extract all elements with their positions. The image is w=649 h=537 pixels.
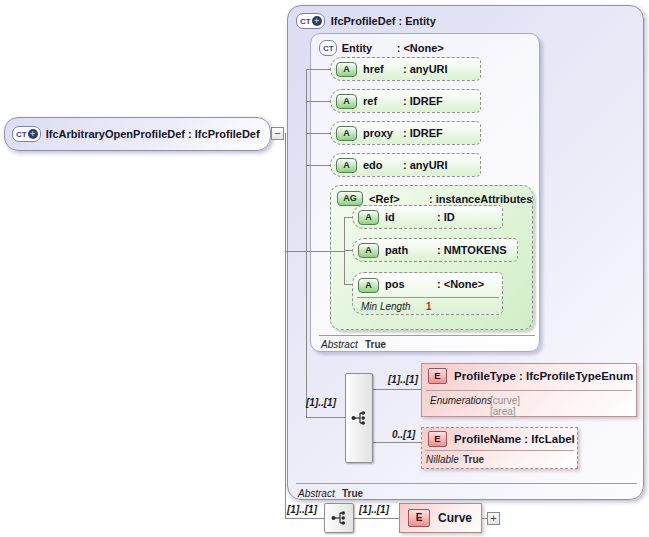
- attribute-box-path[interactable]: A path : NMTOKENS: [352, 238, 518, 262]
- attribute-icon: A: [358, 210, 379, 225]
- derived-plus-icon: +: [312, 16, 322, 26]
- attribute-group-type: : instanceAttributes: [429, 193, 532, 205]
- facet-separator: [319, 335, 535, 336]
- attribute-name: proxy: [363, 127, 403, 139]
- attribute-type: : anyURI: [403, 63, 448, 75]
- attribute-type: : IDREF: [403, 95, 443, 107]
- sequence-compositor[interactable]: [324, 503, 354, 533]
- element-icon: E: [428, 431, 447, 447]
- min-length-facet-value: 1: [426, 301, 432, 312]
- nillable-facet-label: Nillable: [426, 454, 459, 465]
- min-length-facet-label: Min Length: [361, 301, 410, 312]
- attribute-box-id[interactable]: A id : ID: [352, 205, 503, 229]
- connector-line: [373, 389, 421, 390]
- attribute-type: : anyURI: [403, 159, 448, 171]
- connector-line: [306, 165, 332, 166]
- facet-separator: [425, 450, 574, 451]
- sequence-icon: [350, 409, 368, 427]
- attribute-icon: A: [358, 243, 379, 258]
- abstract-facet-label: Abstract: [298, 488, 335, 499]
- attribute-name: href: [363, 63, 403, 75]
- cardinality-label: [1]..[1]: [388, 374, 418, 385]
- element-title: ProfileName : IfcLabel: [454, 433, 575, 445]
- complex-type-icon: CT: [319, 40, 337, 56]
- element-box-curve[interactable]: E Curve: [399, 503, 482, 533]
- attribute-icon: A: [336, 158, 357, 173]
- attribute-icon: A: [336, 94, 357, 109]
- attribute-group-name: <Ref>: [369, 193, 423, 205]
- attribute-name: path: [385, 244, 437, 256]
- attribute-type: : IDREF: [403, 127, 443, 139]
- connector-line: [285, 133, 286, 519]
- attribute-type: : ID: [437, 211, 455, 223]
- nillable-facet-value: True: [463, 454, 484, 465]
- facet-separator: [426, 390, 632, 391]
- attribute-icon: A: [336, 126, 357, 141]
- attribute-box-pos[interactable]: A pos : <None> Min Length 1: [352, 272, 503, 315]
- attribute-name: id: [385, 211, 437, 223]
- attribute-name: ref: [363, 95, 403, 107]
- enumerations-facet-label: Enumerations: [430, 395, 492, 406]
- cardinality-label: [1]..[1]: [359, 504, 389, 515]
- attribute-box-edo[interactable]: A edo : anyURI: [330, 153, 481, 177]
- connector-line: [306, 69, 307, 417]
- connector-line: [344, 217, 345, 285]
- element-box-profilename[interactable]: E ProfileName : IfcLabel Nillable True: [421, 427, 578, 469]
- connector-line: [285, 251, 344, 252]
- complex-type-icon: CT+: [296, 13, 325, 29]
- root-element-box[interactable]: CT+ IfcArbitraryOpenProfileDef : IfcProf…: [4, 117, 271, 151]
- element-title: ProfileType : IfcProfileTypeEnum: [454, 370, 633, 382]
- collapse-button[interactable]: −: [271, 127, 284, 140]
- cardinality-label: [1]..[1]: [287, 504, 317, 515]
- connector-line: [285, 518, 324, 519]
- element-title: Curve: [438, 511, 472, 525]
- schema-diagram: CT+ IfcProfileDef : Entity Abstract True…: [0, 0, 649, 537]
- abstract-facet-label: Abstract: [321, 339, 358, 350]
- facet-separator: [357, 297, 499, 298]
- abstract-facet-value: True: [342, 488, 363, 499]
- derived-plus-icon: +: [28, 129, 38, 139]
- cardinality-label: [1]..[1]: [306, 397, 336, 408]
- connector-line: [354, 518, 399, 519]
- facet-separator: [296, 483, 637, 484]
- attribute-type: : <None>: [437, 278, 484, 290]
- expand-button[interactable]: +: [487, 512, 500, 525]
- enumeration-value: [curve]: [490, 395, 520, 406]
- complex-type-icon: CT+: [12, 126, 41, 142]
- attribute-box-proxy[interactable]: A proxy : IDREF: [330, 121, 481, 145]
- attribute-name: edo: [363, 159, 403, 171]
- element-box-profiletype[interactable]: E ProfileType : IfcProfileTypeEnum Enume…: [421, 363, 637, 417]
- attribute-icon: A: [336, 62, 357, 77]
- connector-line: [306, 133, 332, 134]
- entity-type: : <None>: [397, 42, 444, 54]
- type-box-title: IfcProfileDef : Entity: [331, 15, 436, 27]
- entity-name: Entity: [342, 42, 392, 54]
- connector-line: [306, 69, 332, 70]
- attribute-type: : NMTOKENS: [437, 244, 506, 256]
- attribute-box-href[interactable]: A href : anyURI: [330, 57, 481, 81]
- element-icon: E: [408, 509, 430, 527]
- attribute-name: pos: [385, 278, 437, 290]
- abstract-facet-value: True: [365, 339, 386, 350]
- enumeration-value: [area]: [490, 406, 516, 417]
- element-icon: E: [428, 368, 447, 384]
- attribute-group-icon: AG: [337, 191, 363, 206]
- connector-line: [306, 101, 332, 102]
- root-element-title: IfcArbitraryOpenProfileDef : IfcProfileD…: [46, 128, 260, 140]
- connector-line: [306, 417, 345, 418]
- sequence-icon: [330, 509, 348, 527]
- cardinality-label: 0..[1]: [392, 429, 415, 440]
- connector-line: [373, 442, 421, 443]
- attribute-icon: A: [358, 278, 379, 293]
- attribute-box-ref[interactable]: A ref : IDREF: [330, 89, 481, 113]
- sequence-compositor[interactable]: [345, 373, 373, 463]
